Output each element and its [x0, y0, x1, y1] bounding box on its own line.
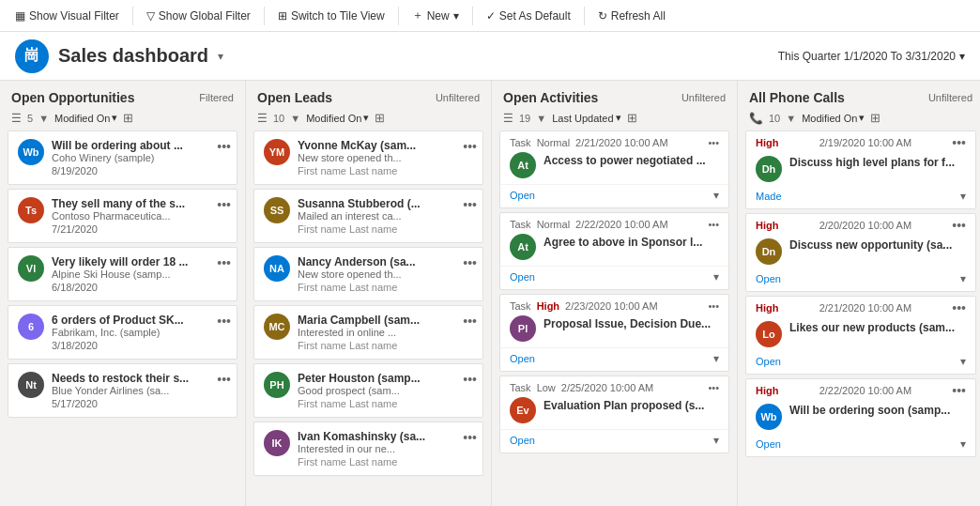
act-subject-2: Proposal Issue, Decision Due... — [544, 317, 711, 330]
opp-card-more-2[interactable]: ••• — [217, 255, 231, 270]
all-phone-calls-title: All Phone Calls — [749, 90, 845, 105]
call-priority-0: High — [756, 137, 778, 148]
call-datetime-3: 2/22/2020 10:00 AM — [819, 385, 911, 396]
call-chevron-2[interactable]: ▾ — [960, 355, 966, 368]
opp-filter-button[interactable]: ⊞ — [123, 111, 133, 125]
opp-card-more-3[interactable]: ••• — [217, 314, 231, 329]
opp-card-more-1[interactable]: ••• — [217, 197, 231, 212]
leads-card-2[interactable]: NA Nancy Anderson (sa... New store opene… — [253, 247, 483, 301]
set-as-default-label: Set As Default — [499, 9, 571, 23]
leads-card-meta-0: First name Last name — [298, 165, 473, 176]
refresh-all-button[interactable]: ↻ Refresh All — [590, 6, 673, 26]
leads-card-5[interactable]: IK Ivan Komashinsky (sa... Interested in… — [253, 422, 483, 476]
leads-card-4[interactable]: PH Peter Houston (samp... Good prospect … — [253, 363, 483, 418]
act-chevron-0[interactable]: ▾ — [713, 189, 719, 202]
opp-card-more-0[interactable]: ••• — [217, 139, 231, 154]
call-subject-2: Likes our new products (sam... — [789, 321, 955, 334]
open-activities-title: Open Activities — [503, 90, 598, 105]
opp-count: 5 — [27, 113, 33, 124]
call-priority-1: High — [756, 220, 778, 231]
leads-card-more-3[interactable]: ••• — [463, 314, 477, 329]
opp-card-sub-0: Coho Winery (sample) — [52, 152, 227, 163]
toolbar: ▦ Show Visual Filter ▽ Show Global Filte… — [0, 0, 980, 32]
all-phone-calls-column: All Phone Calls Unfiltered 📞 10 ▼ Modifi… — [738, 81, 980, 506]
call-more-0[interactable]: ••• — [952, 135, 966, 150]
act-chevron-1[interactable]: ▾ — [713, 270, 719, 284]
opp-card-2[interactable]: Vl Very likely will order 18 ... Alpine … — [8, 247, 237, 301]
act-subject-1: Agree to above in Sponsor l... — [544, 236, 702, 249]
opp-card-3[interactable]: 6 6 orders of Product SK... Fabrikam, In… — [8, 305, 237, 360]
set-as-default-button[interactable]: ✓ Set As Default — [479, 6, 578, 26]
new-chevron-icon: ▾ — [453, 9, 459, 23]
opp-avatar-3: 6 — [18, 314, 44, 340]
date-range: This Quarter 1/1/2020 To 3/31/2020 ▾ — [778, 50, 965, 63]
activity-card-2[interactable]: Task High 2/23/2020 10:00 AM ••• Pl Prop… — [499, 294, 729, 372]
opp-card-0[interactable]: Wb Will be ordering about ... Coho Winer… — [8, 130, 237, 185]
call-card-0[interactable]: High 2/19/2020 10:00 AM ••• Dh Discuss h… — [745, 130, 976, 209]
act-priority-2: High — [537, 300, 559, 312]
leads-card-0[interactable]: YM Yvonne McKay (sam... New store opened… — [253, 130, 483, 185]
call-priority-2: High — [756, 302, 778, 314]
leads-card-more-5[interactable]: ••• — [463, 430, 477, 445]
opp-card-1[interactable]: Ts They sell many of the s... Contoso Ph… — [8, 189, 237, 243]
leads-card-3[interactable]: MC Maria Campbell (sam... Interested in … — [253, 305, 483, 360]
calls-filter-button[interactable]: ⊞ — [870, 111, 880, 125]
act-count-down-icon: ▼ — [536, 113, 546, 124]
call-card-3[interactable]: High 2/22/2020 10:00 AM ••• Wb Will be o… — [745, 378, 976, 457]
act-filter-button[interactable]: ⊞ — [627, 111, 637, 125]
call-card-2[interactable]: High 2/21/2020 10:00 AM ••• Lo Likes our… — [745, 296, 976, 375]
date-chevron-icon[interactable]: ▾ — [959, 50, 965, 63]
visual-filter-icon: ▦ — [15, 9, 25, 23]
activity-card-1[interactable]: Task Normal 2/22/2020 10:00 AM ••• At Ag… — [499, 212, 729, 290]
activity-card-3[interactable]: Task Low 2/25/2020 10:00 AM ••• Ev Evalu… — [499, 376, 729, 453]
opp-card-date-0: 8/19/2020 — [52, 165, 227, 176]
open-opportunities-filter-badge: Filtered — [199, 92, 234, 103]
leads-card-1[interactable]: SS Susanna Stubberod (... Mailed an inte… — [253, 189, 483, 243]
call-more-2[interactable]: ••• — [952, 300, 966, 315]
act-more-2[interactable]: ••• — [708, 300, 719, 312]
new-button[interactable]: ＋ New ▾ — [405, 4, 467, 27]
call-chevron-3[interactable]: ▾ — [960, 437, 966, 451]
header: 崗 Sales dashboard ▾ This Quarter 1/1/202… — [0, 32, 980, 81]
show-global-filter-button[interactable]: ▽ Show Global Filter — [139, 6, 258, 26]
act-type-2: Task — [510, 300, 531, 312]
opp-card-sub-2: Alpine Ski House (samp... — [52, 268, 227, 280]
calls-sort-label[interactable]: Modified On ▾ — [802, 112, 865, 124]
title-chevron-icon[interactable]: ▾ — [218, 50, 223, 63]
call-card-1[interactable]: High 2/20/2020 10:00 AM ••• Dn Discuss n… — [745, 213, 976, 292]
opp-card-content-3: 6 orders of Product SK... Fabrikam, Inc.… — [52, 314, 227, 351]
leads-card-more-1[interactable]: ••• — [463, 197, 477, 212]
act-more-1[interactable]: ••• — [708, 219, 719, 230]
leads-filter-button[interactable]: ⊞ — [375, 111, 385, 125]
leads-card-more-2[interactable]: ••• — [463, 255, 477, 270]
act-more-0[interactable]: ••• — [708, 137, 719, 148]
call-avatar-3: Wb — [756, 404, 782, 430]
leads-card-more-0[interactable]: ••• — [463, 139, 477, 154]
call-chevron-1[interactable]: ▾ — [960, 272, 966, 285]
opp-sort-chevron-icon: ▾ — [112, 112, 117, 124]
act-more-3[interactable]: ••• — [708, 382, 719, 393]
act-sort-label[interactable]: Last Updated ▾ — [552, 112, 620, 124]
activity-card-0[interactable]: Task Normal 2/21/2020 10:00 AM ••• At Ac… — [499, 130, 729, 208]
call-chevron-0[interactable]: ▾ — [960, 190, 966, 203]
act-chevron-3[interactable]: ▾ — [713, 434, 719, 447]
opp-card-more-4[interactable]: ••• — [217, 372, 231, 387]
opp-sort-label[interactable]: Modified On ▾ — [54, 112, 117, 124]
act-sort-icon: ☰ — [503, 112, 513, 125]
switch-to-tile-view-button[interactable]: ⊞ Switch to Tile View — [270, 6, 392, 26]
leads-sort-label[interactable]: Modified On ▾ — [306, 112, 369, 124]
act-chevron-2[interactable]: ▾ — [713, 352, 719, 365]
leads-card-more-4[interactable]: ••• — [463, 372, 477, 387]
open-leads-title: Open Leads — [257, 90, 332, 105]
call-more-3[interactable]: ••• — [952, 383, 966, 398]
calls-sort-chevron-icon: ▾ — [859, 112, 865, 124]
act-avatar-0: At — [510, 152, 536, 178]
show-visual-filter-button[interactable]: ▦ Show Visual Filter — [8, 6, 127, 26]
logo-icon: 崗 — [24, 46, 39, 66]
divider-2 — [264, 7, 265, 25]
call-more-1[interactable]: ••• — [952, 218, 966, 233]
act-type-1: Task — [510, 219, 531, 230]
opp-card-4[interactable]: Nt Needs to restock their s... Blue Yond… — [8, 363, 237, 418]
calls-count: 10 — [769, 113, 780, 124]
call-subject-3: Will be ordering soon (samp... — [789, 404, 950, 417]
